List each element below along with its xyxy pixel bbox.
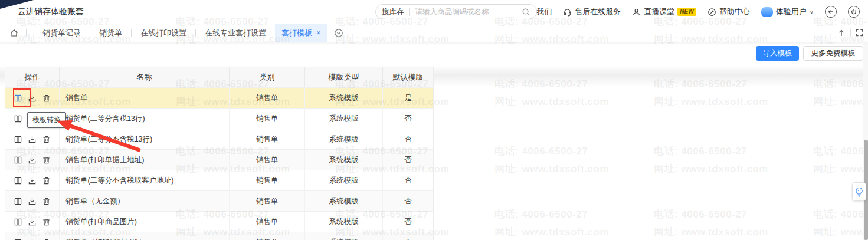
table-header-row: 操作 名称 类别 模版类型 默认模版 [5, 67, 433, 87]
power-button[interactable] [848, 6, 860, 18]
watermark-text: 电话: 4006-6500-27 [494, 208, 588, 221]
tab-bar: 销货单记录销货单在线打印设置在线专业套打设置套打模板× [0, 24, 868, 42]
convert-icon[interactable] [14, 197, 22, 206]
column-header-name: 名称 [60, 67, 230, 87]
app-window: 电话: 4006-6500-27网址: www.tdxsoft.com电话: 4… [0, 0, 868, 240]
default-cell: 否 [383, 129, 433, 149]
watermark-text: 电话: 4006-6500-27 [654, 208, 747, 221]
suggestion-bulb-widget[interactable] [852, 182, 866, 201]
delete-icon[interactable] [42, 156, 51, 165]
convert-icon[interactable] [14, 176, 22, 185]
delete-icon[interactable] [42, 176, 51, 185]
close-icon[interactable]: × [316, 29, 321, 37]
user-avatar: ··· [761, 7, 773, 17]
operation-cell [5, 150, 60, 170]
home-icon[interactable] [9, 28, 19, 38]
default-cell: 否 [383, 170, 433, 190]
fullscreen-icon[interactable] [856, 29, 863, 37]
template-type-cell: 系统模版 [305, 232, 383, 240]
after-sales-item[interactable]: 售后在线服务 [563, 6, 621, 17]
column-header-default: 默认模版 [383, 67, 433, 87]
default-cell: 否 [383, 150, 433, 170]
template-name-cell: 销售单(打印单据上地址) [60, 150, 230, 170]
tab-list-dropdown-icon[interactable] [334, 28, 343, 38]
table-row[interactable]: 销货单(打印商品图片) 销售单 系统模版 否 [5, 211, 433, 232]
convert-icon[interactable] [14, 218, 22, 226]
category-cell: 销售单 [230, 212, 305, 232]
delete-icon[interactable] [42, 94, 51, 103]
table-row[interactable]: 销售单 销售单 系统模版 是 [5, 87, 433, 108]
column-header-category: 类别 [230, 67, 305, 87]
download-icon[interactable] [28, 156, 37, 165]
more-free-templates-button[interactable]: 更多免费模板 [803, 46, 863, 61]
template-type-cell: 系统模版 [305, 88, 383, 108]
operation-cell [5, 170, 60, 190]
table-row[interactable]: 销售单（无金额） 销售单 系统模版 否 [5, 190, 433, 211]
user-menu[interactable]: ··· 体验用户 ∨ [761, 6, 814, 17]
template-type-cell: 系统模版 [305, 212, 383, 232]
download-icon[interactable] [28, 238, 37, 240]
delete-icon[interactable] [42, 218, 51, 226]
convert-icon[interactable] [14, 238, 22, 240]
live-class-item[interactable]: 直播课堂 NEW [632, 6, 696, 17]
tab-item[interactable]: 在线打印设置 [132, 28, 195, 38]
template-convert-tooltip: 模板转换 [27, 112, 66, 128]
table-body: 销售单 销售单 系统模版 是 销货单(二等分含税13行) 销售单 系统模版 否 [5, 87, 433, 240]
watermark-text: 电话: 4006-6500-27 [494, 144, 588, 158]
table-row[interactable]: 销货单(二等分含税13行) 销售单 系统模版 否 [5, 108, 433, 129]
delete-icon[interactable] [42, 238, 51, 240]
operation-cell [5, 129, 60, 149]
tab-item[interactable]: 销货单 [90, 28, 131, 38]
scroll-top-icon[interactable] [837, 29, 846, 37]
import-template-button[interactable]: 导入模板 [756, 46, 799, 61]
watermark-text: 网址: www.tdxsoft.com [813, 95, 868, 109]
watermark-text: 电话: 4006-6500-27 [654, 144, 747, 158]
new-badge: NEW [677, 8, 696, 16]
table-row[interactable]: 销货单(二等分不含税13行) 销售单 系统模版 否 [5, 129, 433, 149]
search-scope-label[interactable]: 搜库存 [382, 7, 404, 17]
tab-active-template-print[interactable]: 套打模板× [275, 24, 327, 42]
inventory-search-box[interactable]: 搜库存 [375, 4, 537, 19]
download-icon[interactable] [28, 176, 37, 185]
download-icon[interactable] [28, 218, 37, 226]
convert-icon[interactable] [14, 94, 22, 103]
help-center-item[interactable]: 帮助中心 [707, 6, 750, 17]
default-cell: 否 [383, 191, 433, 211]
person-icon [632, 8, 641, 17]
column-header-template-type: 模版类型 [305, 67, 383, 87]
operation-cell [5, 232, 60, 240]
delete-icon[interactable] [42, 197, 51, 206]
template-name-cell: 销货单(二等分不含税13行) [60, 129, 230, 149]
back-button[interactable] [825, 6, 837, 18]
table-row[interactable]: 销货单(二等分不含税取客户地址) 销售单 系统模版 否 [5, 170, 433, 190]
default-cell: 是 [383, 88, 433, 108]
top-right-menu: 联系我们 售后在线服务 [509, 0, 860, 24]
help-icon [707, 8, 716, 17]
table-row[interactable]: 销售单（打印辅助属性） 销售单 系统模版 否 [5, 232, 433, 240]
convert-icon[interactable] [14, 156, 22, 165]
template-name-cell: 销货单(二等分含税13行) [60, 109, 230, 129]
operation-cell [5, 191, 60, 211]
download-icon[interactable] [28, 197, 37, 206]
download-icon[interactable] [28, 94, 37, 103]
search-input[interactable] [414, 7, 517, 17]
template-name-cell: 销货单(打印商品图片) [60, 212, 230, 232]
top-header: 云进销存体验账套 搜库存 [0, 0, 868, 24]
delete-icon[interactable] [42, 135, 51, 144]
bulb-icon [855, 187, 863, 197]
account-title: 云进销存体验账套 [18, 6, 84, 17]
template-name-cell: 销售单（打印辅助属性） [60, 232, 230, 240]
default-cell: 否 [383, 212, 433, 232]
convert-icon[interactable] [14, 135, 22, 144]
after-sales-label: 售后在线服务 [575, 6, 621, 17]
download-icon[interactable] [28, 135, 37, 144]
table-row[interactable]: 销售单(打印单据上地址) 销售单 系统模版 否 [5, 149, 433, 170]
search-icon[interactable] [522, 8, 530, 17]
watermark-text: 网址: www.tdxsoft.com [494, 225, 609, 239]
tab-item[interactable]: 销货单记录 [34, 28, 90, 38]
category-cell: 销售单 [230, 150, 305, 170]
tab-item[interactable]: 在线专业套打设置 [196, 28, 275, 38]
operation-cell [5, 88, 60, 108]
convert-icon[interactable] [14, 114, 22, 123]
watermark-text: 电话: 4006-6500-27 [813, 208, 868, 221]
